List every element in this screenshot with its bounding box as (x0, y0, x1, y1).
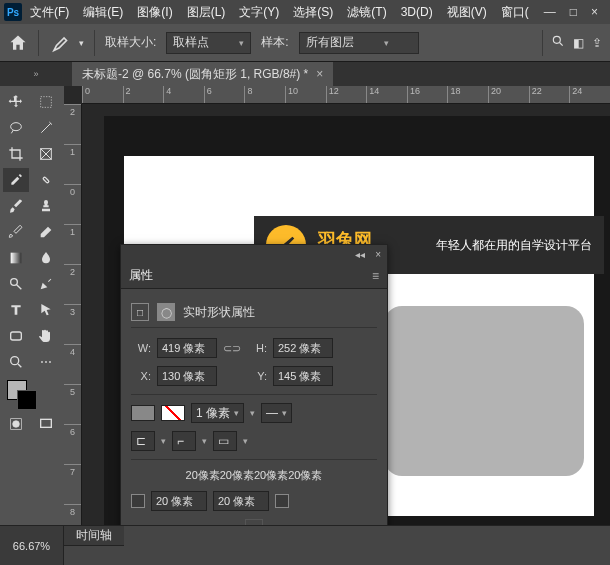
x-label: X: (131, 370, 151, 382)
banner-tagline: 年轻人都在用的自学设计平台 (436, 237, 592, 254)
zoom-tool-icon[interactable] (3, 350, 29, 374)
move-tool-icon[interactable] (3, 90, 29, 114)
sample-label: 样本: (261, 34, 288, 51)
search-icon[interactable] (551, 34, 565, 51)
rounded-rect-shape[interactable] (384, 306, 584, 476)
menu-type[interactable]: 文字(Y) (233, 2, 285, 23)
panel-tab-properties[interactable]: 属性 (129, 267, 153, 284)
chevron-down-icon[interactable]: ▾ (250, 408, 255, 418)
menubar: Ps 文件(F) 编辑(E) 图像(I) 图层(L) 文字(Y) 选择(S) 滤… (0, 0, 610, 24)
menu-edit[interactable]: 编辑(E) (77, 2, 129, 23)
svg-point-6 (11, 279, 18, 286)
expand-icon[interactable]: » (33, 69, 38, 79)
color-swatches[interactable] (3, 380, 61, 410)
wand-tool-icon[interactable] (33, 116, 59, 140)
align-dropdown[interactable]: ▭ (213, 431, 237, 451)
sample-size-label: 取样大小: (105, 34, 156, 51)
fill-swatch[interactable] (131, 405, 155, 421)
link-wh-icon[interactable]: ⊂⊃ (223, 339, 241, 357)
menu-window[interactable]: 窗口( (495, 2, 535, 23)
menu-3d[interactable]: 3D(D) (395, 3, 439, 21)
document-tabbar: » 未标题-2 @ 66.7% (圆角矩形 1, RGB/8#) * × (0, 62, 610, 86)
blur-tool-icon[interactable] (33, 246, 59, 270)
chevron-down-icon[interactable]: ▾ (79, 38, 84, 48)
menu-view[interactable]: 视图(V) (441, 2, 493, 23)
window-controls: — □ × (544, 5, 606, 19)
menu-image[interactable]: 图像(I) (131, 2, 178, 23)
healing-tool-icon[interactable] (33, 168, 59, 192)
edit-toolbar-icon[interactable]: ⋯ (33, 350, 59, 374)
panel-close-icon[interactable]: × (375, 249, 381, 260)
marquee-tool-icon[interactable] (33, 90, 59, 114)
lasso-tool-icon[interactable] (3, 116, 29, 140)
dodge-tool-icon[interactable] (3, 272, 29, 296)
brush-tool-icon[interactable] (3, 194, 29, 218)
svg-rect-4 (43, 177, 50, 184)
eyedropper-tool-icon[interactable] (3, 168, 29, 192)
options-bar: ▾ 取样大小: 取样点 ▾ 样本: 所有图层 ▾ ◧ ⇪ (0, 24, 610, 62)
document-tab[interactable]: 未标题-2 @ 66.7% (圆角矩形 1, RGB/8#) * × (72, 62, 333, 86)
path-select-tool-icon[interactable] (33, 298, 59, 322)
svg-point-0 (553, 36, 560, 43)
ruler-vertical[interactable]: 2 1 0 1 2 3 4 5 6 7 8 (64, 104, 82, 525)
corner-tr-checkbox[interactable] (275, 494, 289, 508)
y-label: Y: (247, 370, 267, 382)
corner-tl-input[interactable]: 20 像素 (151, 491, 207, 511)
crop-tool-icon[interactable] (3, 142, 29, 166)
join-dropdown[interactable]: ⌐ (172, 431, 196, 451)
tab-close-icon[interactable]: × (316, 67, 323, 81)
options-right: ◧ ⇪ (542, 30, 602, 56)
eyedropper-icon[interactable] (49, 33, 69, 53)
svg-rect-1 (41, 97, 52, 108)
y-input[interactable]: 145 像素 (273, 366, 333, 386)
panel-menu-icon[interactable]: ≡ (372, 269, 379, 283)
width-input[interactable]: 419 像素 (157, 338, 217, 358)
corner-tl-checkbox[interactable] (131, 494, 145, 508)
corner-tr-input[interactable]: 20 像素 (213, 491, 269, 511)
shape-tool-icon[interactable] (3, 324, 29, 348)
restore-icon[interactable]: □ (570, 5, 577, 19)
chevron-down-icon: ▾ (239, 38, 244, 48)
cap-dropdown[interactable]: ⊏ (131, 431, 155, 451)
status-bar: 66.67% 时间轴 (0, 525, 610, 565)
x-input[interactable]: 130 像素 (157, 366, 217, 386)
collapse-icon[interactable]: ◂◂ (355, 249, 365, 260)
svg-point-2 (11, 123, 22, 131)
menu-select[interactable]: 选择(S) (287, 2, 339, 23)
quickmask-icon[interactable] (3, 412, 29, 436)
close-icon[interactable]: × (591, 5, 598, 19)
stroke-swatch[interactable] (161, 405, 185, 421)
background-swatch[interactable] (17, 390, 37, 410)
svg-rect-5 (11, 253, 22, 264)
height-input[interactable]: 252 像素 (273, 338, 333, 358)
shape-icon: □ (131, 303, 149, 321)
history-brush-tool-icon[interactable] (3, 220, 29, 244)
panel-header[interactable]: ◂◂ × (121, 245, 387, 263)
sample-dropdown[interactable]: 所有图层 ▾ (299, 32, 419, 54)
mask-icon: ◯ (157, 303, 175, 321)
hand-tool-icon[interactable] (33, 324, 59, 348)
gradient-tool-icon[interactable] (3, 246, 29, 270)
chevron-down-icon: ▾ (384, 38, 389, 48)
type-tool-icon[interactable] (3, 298, 29, 322)
home-icon[interactable] (8, 33, 28, 53)
ruler-horizontal[interactable]: 0 2 4 6 8 10 12 14 16 18 20 22 24 (82, 86, 610, 104)
tools-panel: ⋯ (0, 86, 64, 525)
stroke-style-dropdown[interactable]: —▾ (261, 403, 292, 423)
panel-icon[interactable]: ◧ (573, 36, 584, 50)
stamp-tool-icon[interactable] (33, 194, 59, 218)
frame-tool-icon[interactable] (33, 142, 59, 166)
stroke-width-input[interactable]: 1 像素▾ (191, 403, 244, 423)
pen-tool-icon[interactable] (33, 272, 59, 296)
width-label: W: (131, 342, 151, 354)
menu-filter[interactable]: 滤镜(T) (341, 2, 392, 23)
share-icon[interactable]: ⇪ (592, 36, 602, 50)
timeline-tab[interactable]: 时间轴 (64, 526, 124, 546)
minimize-icon[interactable]: — (544, 5, 556, 19)
sample-size-dropdown[interactable]: 取样点 ▾ (166, 32, 251, 54)
menu-layer[interactable]: 图层(L) (181, 2, 232, 23)
menu-file[interactable]: 文件(F) (24, 2, 75, 23)
zoom-level[interactable]: 66.67% (0, 526, 64, 565)
screenmode-icon[interactable] (33, 412, 59, 436)
eraser-tool-icon[interactable] (33, 220, 59, 244)
